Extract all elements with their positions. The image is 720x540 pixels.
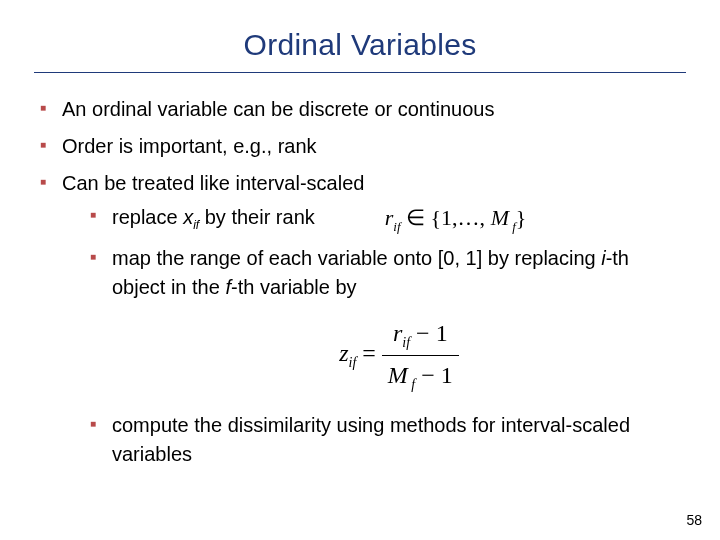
- minus-one: − 1: [415, 362, 453, 388]
- denominator: M f − 1: [382, 356, 459, 395]
- text-fragment: by their rank: [199, 206, 315, 228]
- set-close: }: [516, 205, 527, 230]
- var-r-sub: if: [402, 335, 410, 350]
- equation-z: zif = rif − 1M f − 1: [112, 316, 686, 395]
- text-fragment: map the range of each variable onto [0, …: [112, 247, 601, 269]
- var-M: M: [388, 362, 408, 388]
- slide-title: Ordinal Variables: [34, 28, 686, 62]
- var-r-sub: if: [393, 219, 400, 234]
- slide: Ordinal Variables An ordinal variable ca…: [0, 0, 720, 540]
- set-open: {1,…,: [431, 205, 491, 230]
- sub-bullet-item: replace xif by their rank rif ∈ {1,…, M …: [90, 202, 686, 236]
- equation-body: zif = rif − 1M f − 1: [339, 316, 459, 395]
- var-M: M: [491, 205, 509, 230]
- page-number: 58: [686, 512, 702, 528]
- fraction: rif − 1M f − 1: [382, 316, 459, 395]
- bullet-list: An ordinal variable can be discrete or c…: [34, 95, 686, 469]
- bullet-text: Can be treated like interval-scaled: [62, 172, 364, 194]
- sub-bullet-text: replace xif by their rank: [112, 203, 315, 234]
- sub-bullet-item: compute the dissimilarity using methods …: [90, 411, 686, 469]
- in-symbol: ∈: [401, 205, 431, 230]
- sub-bullet-row: replace xif by their rank rif ∈ {1,…, M …: [112, 202, 686, 236]
- bullet-item: Order is important, e.g., rank: [40, 132, 686, 161]
- math-set-membership: rif ∈ {1,…, M f}: [385, 202, 527, 236]
- var-M-sub: f: [509, 219, 516, 234]
- bullet-item: Can be treated like interval-scaled repl…: [40, 169, 686, 469]
- text-fragment: -th variable by: [231, 276, 357, 298]
- var-x: x: [183, 206, 193, 228]
- sub-bullet-item: map the range of each variable onto [0, …: [90, 244, 686, 395]
- var-z: z: [339, 340, 348, 366]
- var-r: r: [393, 320, 402, 346]
- title-rule: [34, 72, 686, 73]
- bullet-item: An ordinal variable can be discrete or c…: [40, 95, 686, 124]
- numerator: rif − 1: [382, 316, 459, 356]
- sub-bullet-list: replace xif by their rank rif ∈ {1,…, M …: [62, 202, 686, 469]
- minus-one: − 1: [410, 320, 448, 346]
- eq-sign: =: [356, 340, 382, 366]
- text-fragment: replace: [112, 206, 183, 228]
